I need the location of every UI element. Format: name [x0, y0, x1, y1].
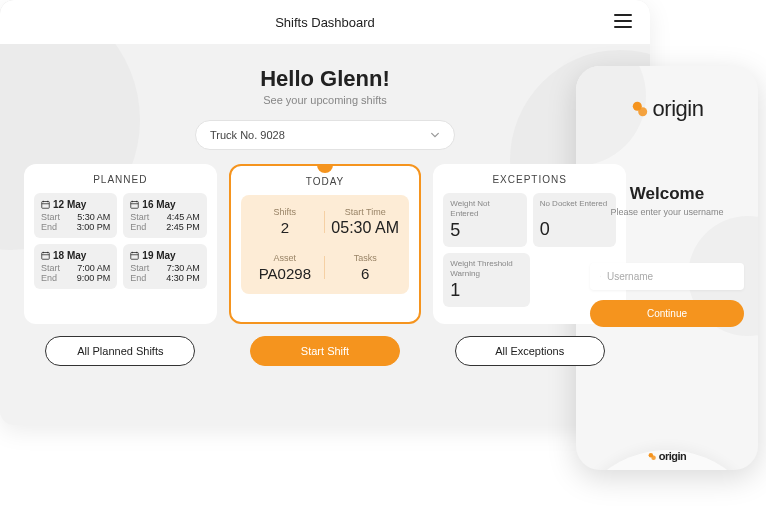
- mobile-app-window: origin Welcome Please enter your usernam…: [576, 66, 758, 470]
- svg-point-5: [638, 107, 647, 116]
- calendar-icon: [130, 251, 139, 260]
- continue-button[interactable]: Continue: [590, 300, 744, 327]
- svg-point-8: [651, 455, 656, 460]
- calendar-icon: [41, 251, 50, 260]
- planned-shift-card[interactable]: 18 May Start7:00 AM End9:00 PM: [34, 244, 117, 289]
- svg-rect-2: [42, 253, 50, 260]
- welcome-heading: Welcome: [590, 184, 744, 204]
- welcome-section: Welcome Please enter your username: [590, 184, 744, 217]
- greeting-subtitle: See your upcoming shifts: [0, 94, 650, 106]
- greeting-heading: Hello Glenn!: [0, 66, 650, 92]
- page-title: Shifts Dashboard: [275, 15, 375, 30]
- truck-selector-value: Truck No. 9028: [210, 129, 285, 141]
- hamburger-menu-icon[interactable]: [614, 14, 632, 28]
- today-metric: Tasks 6: [325, 249, 405, 286]
- planned-column: PLANNED 12 May Start5:30 AM End3:00 PM 1…: [24, 164, 217, 366]
- topbar: Shifts Dashboard: [0, 0, 650, 44]
- hero-section: Hello Glenn! See your upcoming shifts: [0, 66, 650, 106]
- calendar-icon: [41, 200, 50, 209]
- origin-logo-icon: [648, 452, 657, 461]
- user-icon: [600, 271, 601, 282]
- exception-card[interactable]: Weight Threshold Warning 1: [443, 253, 529, 307]
- today-metric: Shifts 2: [245, 203, 325, 241]
- welcome-subtitle: Please enter your username: [590, 207, 744, 217]
- chevron-down-icon: [430, 130, 440, 140]
- today-metric: Start Time 05:30 AM: [325, 203, 405, 241]
- today-column: TODAY Shifts 2 Start Time 05:30 AM Asset…: [229, 164, 422, 366]
- calendar-icon: [130, 200, 139, 209]
- planned-shift-card[interactable]: 16 May Start4:45 AM End2:45 PM: [123, 193, 206, 238]
- svg-rect-0: [42, 202, 50, 209]
- svg-rect-3: [131, 253, 139, 260]
- brand-name: origin: [653, 96, 704, 122]
- brand-logo: origin: [590, 96, 744, 122]
- today-panel: TODAY Shifts 2 Start Time 05:30 AM Asset…: [229, 164, 422, 324]
- all-planned-shifts-button[interactable]: All Planned Shifts: [45, 336, 195, 366]
- truck-selector-dropdown[interactable]: Truck No. 9028: [195, 120, 455, 150]
- planned-shift-card[interactable]: 19 May Start7:30 AM End4:30 PM: [123, 244, 206, 289]
- exception-card[interactable]: Weight Not Entered 5: [443, 193, 526, 247]
- today-metric: Asset PA0298: [245, 249, 325, 286]
- username-input[interactable]: [607, 271, 734, 282]
- today-title: TODAY: [241, 176, 410, 187]
- dashboard-columns: PLANNED 12 May Start5:30 AM End3:00 PM 1…: [0, 150, 650, 366]
- origin-logo-icon: [631, 100, 649, 118]
- start-shift-button[interactable]: Start Shift: [250, 336, 400, 366]
- desktop-app-window: Shifts Dashboard Hello Glenn! See your u…: [0, 0, 650, 425]
- footer-brand-logo: origin: [648, 450, 687, 462]
- svg-rect-1: [131, 202, 139, 209]
- planned-panel: PLANNED 12 May Start5:30 AM End3:00 PM 1…: [24, 164, 217, 324]
- planned-shift-card[interactable]: 12 May Start5:30 AM End3:00 PM: [34, 193, 117, 238]
- planned-title: PLANNED: [34, 174, 207, 185]
- username-field-wrapper[interactable]: [590, 263, 744, 290]
- today-indicator-icon: [317, 165, 333, 173]
